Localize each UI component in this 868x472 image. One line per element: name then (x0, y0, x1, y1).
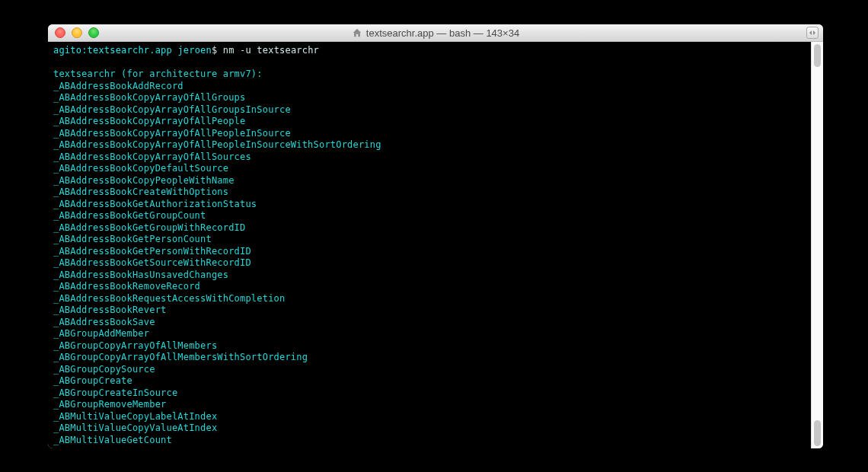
terminal-body[interactable]: agito:textsearchr.app jeroen$ nm -u text… (48, 42, 811, 448)
symbol-line: _ABAddressBookSave (53, 317, 155, 327)
output-header: textsearchr (for architecture armv7): (53, 69, 263, 79)
home-folder-icon (352, 27, 362, 38)
symbol-line: _ABGroupRemoveMember (53, 399, 167, 410)
prompt-user: jeroen (177, 45, 212, 56)
prompt-dollar: $ (212, 45, 217, 56)
symbol-line: _ABAddressBookHasUnsavedChanges (53, 269, 228, 280)
symbol-line: _ABAddressBookCopyDefaultSource (53, 163, 228, 174)
symbol-line: _ABAddressBookGetPersonCount (53, 234, 212, 244)
symbol-line: _ABAddressBookGetPersonWithRecordID (53, 246, 251, 257)
close-button[interactable] (55, 27, 65, 38)
symbol-line: _ABGroupCopySource (53, 364, 155, 375)
symbol-line: _ABGroupCopyArrayOfAllMembers (53, 340, 217, 351)
window-title-text: textsearchr.app — bash — 143×34 (366, 27, 519, 39)
symbol-line: _ABAddressBookRemoveRecord (53, 281, 200, 292)
prompt-sep: : (81, 45, 87, 56)
symbol-line: _ABAddressBookAddRecord (53, 81, 183, 91)
symbol-line: _ABAddressBookCopyArrayOfAllGroupsInSour… (53, 104, 291, 115)
scrollbar-thumb-bottom[interactable] (814, 420, 821, 446)
symbol-line: _ABAddressBookGetGroupWithRecordID (53, 222, 245, 233)
symbol-line: _ABGroupAddMember (53, 328, 149, 339)
terminal-body-wrap: agito:textsearchr.app jeroen$ nm -u text… (48, 42, 823, 448)
symbol-line: _ABAddressBookRequestAccessWithCompletio… (53, 293, 285, 304)
symbol-line: _ABAddressBookCopyArrayOfAllSources (53, 151, 251, 162)
symbol-line: _ABAddressBookCopyPeopleWithName (53, 175, 235, 186)
symbol-line: _ABAddressBookGetSourceWithRecordID (53, 257, 251, 268)
symbol-line: _ABMultiValueCopyValueAtIndex (53, 423, 217, 433)
symbol-line: _ABAddressBookCreateWithOptions (53, 187, 228, 197)
prompt-host: agito (53, 45, 81, 56)
symbol-line: _ABAddressBookCopyArrayOfAllPeople (53, 116, 245, 126)
prompt-command: nm -u textsearchr (223, 45, 319, 56)
symbol-line: _ABGroupCreateInSource (53, 387, 177, 398)
symbol-line: _ABAddressBookGetGroupCount (53, 210, 206, 221)
scrollbar-thumb-top[interactable] (814, 44, 821, 67)
symbol-line: _ABAddressBookRevert (53, 305, 167, 315)
scrollbar-track[interactable] (811, 42, 823, 448)
traffic-lights (55, 27, 99, 38)
symbol-line: _ABAddressBookGetAuthorizationStatus (53, 199, 257, 209)
window-title: textsearchr.app — bash — 143×34 (48, 27, 823, 39)
symbol-line: _ABMultiValueGetCount (53, 435, 172, 445)
titlebar[interactable]: textsearchr.app — bash — 143×34 (48, 24, 823, 42)
zoom-button[interactable] (88, 27, 99, 38)
symbol-line: _ABAddressBookCopyArrayOfAllPeopleInSour… (53, 128, 291, 139)
prompt-cwd: textsearchr.app (88, 45, 172, 56)
symbol-line: _ABAddressBookCopyArrayOfAllGroups (53, 92, 245, 103)
symbol-line: _ABMultiValueCopyLabelAtIndex (53, 411, 217, 422)
terminal-window: textsearchr.app — bash — 143×34 agito:te… (48, 24, 823, 448)
symbol-line: _ABGroupCopyArrayOfAllMembersWithSortOrd… (53, 352, 308, 362)
symbol-line: _ABGroupCreate (53, 375, 132, 386)
symbol-line: _ABAddressBookCopyArrayOfAllPeopleInSour… (53, 139, 381, 150)
fullscreen-button[interactable] (806, 27, 819, 39)
prompt-line: agito:textsearchr.app jeroen$ nm -u text… (53, 45, 319, 56)
minimize-button[interactable] (72, 27, 82, 38)
